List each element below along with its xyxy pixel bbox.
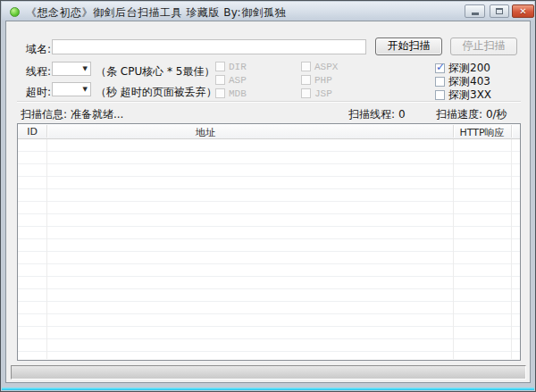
checkbox-mdb: ✓ MDB <box>215 88 247 99</box>
scan-info-value: 准备就绪... <box>71 108 123 121</box>
checkbox-dir-box: ✓ <box>215 62 225 71</box>
checkbox-mdb-box: ✓ <box>215 88 225 98</box>
scan-threads-label: 扫描线程: <box>348 108 395 121</box>
column-line <box>511 139 512 359</box>
checkbox-asp-label: ASP <box>229 75 247 86</box>
chevron-down-icon: ▼ <box>83 86 88 93</box>
close-icon: ✕ <box>519 6 526 16</box>
column-divider <box>511 125 512 138</box>
column-line <box>453 139 454 359</box>
checkbox-php-box: ✓ <box>301 75 311 85</box>
timeout-combobox[interactable]: ▼ <box>52 82 91 96</box>
checkbox-aspx-box: ✓ <box>301 62 311 71</box>
timeout-label: 超时: <box>26 85 51 100</box>
checkbox-asp-box: ✓ <box>215 75 225 85</box>
app-icon <box>10 7 20 17</box>
threads-hint: （条 CPU核心 * 5最佳） <box>96 64 214 79</box>
scan-speed-label: 扫描速度: <box>436 108 482 121</box>
start-scan-button[interactable]: 开始扫描 <box>375 38 442 55</box>
checkbox-probe-200-box[interactable]: ✓ <box>435 63 445 73</box>
window-title: 《想念初恋》御剑后台扫描工具 珍藏版 By:御剑孤独 <box>26 5 286 21</box>
close-button[interactable]: ✕ <box>512 4 534 18</box>
checkbox-probe-3xx[interactable]: ✓ 探测3XX <box>435 89 491 101</box>
scan-threads-status: 扫描线程: 0 <box>348 107 406 122</box>
threads-combobox[interactable]: ▼ <box>52 62 91 76</box>
check-icon: ✓ <box>436 61 445 73</box>
minimize-icon <box>472 13 479 15</box>
scan-info-status: 扫描信息: 准备就绪... <box>21 107 123 122</box>
checkbox-probe-403[interactable]: ✓ 探测403 <box>435 76 490 88</box>
scan-speed-status: 扫描速度: 0/秒 <box>436 107 507 122</box>
scan-threads-value: 0 <box>398 108 406 121</box>
maximize-button[interactable] <box>490 4 509 18</box>
checkbox-asp: ✓ ASP <box>215 74 247 86</box>
checkbox-jsp-label: JSP <box>314 88 332 99</box>
checkbox-php: ✓ PHP <box>301 74 332 86</box>
checkbox-aspx: ✓ ASPX <box>301 61 338 72</box>
domain-label: 域名: <box>26 42 51 57</box>
column-divider <box>46 125 47 138</box>
results-table: ID 地址 HTTP响应 <box>17 123 521 361</box>
minimize-button[interactable] <box>465 4 485 18</box>
scan-info-label: 扫描信息: <box>21 108 67 121</box>
checkbox-mdb-label: MDB <box>229 88 247 99</box>
results-table-body[interactable] <box>18 139 520 360</box>
column-header-address[interactable]: 地址 <box>134 126 277 139</box>
column-line <box>46 139 47 359</box>
checkbox-probe-3xx-box[interactable]: ✓ <box>435 90 445 100</box>
section-divider <box>17 101 521 103</box>
titlebar[interactable]: 《想念初恋》御剑后台扫描工具 珍藏版 By:御剑孤独 ✕ <box>2 2 534 21</box>
checkbox-jsp: ✓ JSP <box>301 88 332 99</box>
maximize-icon <box>496 8 503 14</box>
column-header-id[interactable]: ID <box>18 126 46 138</box>
results-table-header: ID 地址 HTTP响应 <box>18 124 520 139</box>
checkbox-probe-403-box[interactable]: ✓ <box>435 77 445 87</box>
window-bottom-glow <box>2 388 534 390</box>
scan-progress-bar <box>11 365 526 379</box>
threads-label: 线程: <box>26 64 51 79</box>
checkbox-php-label: PHP <box>314 75 332 86</box>
checkbox-jsp-box: ✓ <box>301 88 311 98</box>
checkbox-probe-200[interactable]: ✓ 探测200 <box>435 63 490 74</box>
chevron-down-icon: ▼ <box>83 65 88 72</box>
column-divider <box>453 125 454 138</box>
timeout-hint: （秒 超时的页面被丢弃） <box>96 85 217 100</box>
scan-speed-value: 0/秒 <box>486 108 507 121</box>
stop-scan-button: 停止扫描 <box>450 38 517 55</box>
checkbox-dir: ✓ DIR <box>215 61 247 72</box>
domain-input[interactable] <box>52 39 366 54</box>
column-header-http-response[interactable]: HTTP响应 <box>453 126 511 139</box>
app-window: 《想念初恋》御剑后台扫描工具 珍藏版 By:御剑孤独 ✕ 域名: 开始扫描 停止… <box>0 0 536 392</box>
checkbox-aspx-label: ASPX <box>314 62 338 72</box>
content-area: 域名: 开始扫描 停止扫描 线程: ▼ （条 CPU核心 * 5最佳） 超时: … <box>5 21 531 383</box>
checkbox-dir-label: DIR <box>229 62 247 72</box>
